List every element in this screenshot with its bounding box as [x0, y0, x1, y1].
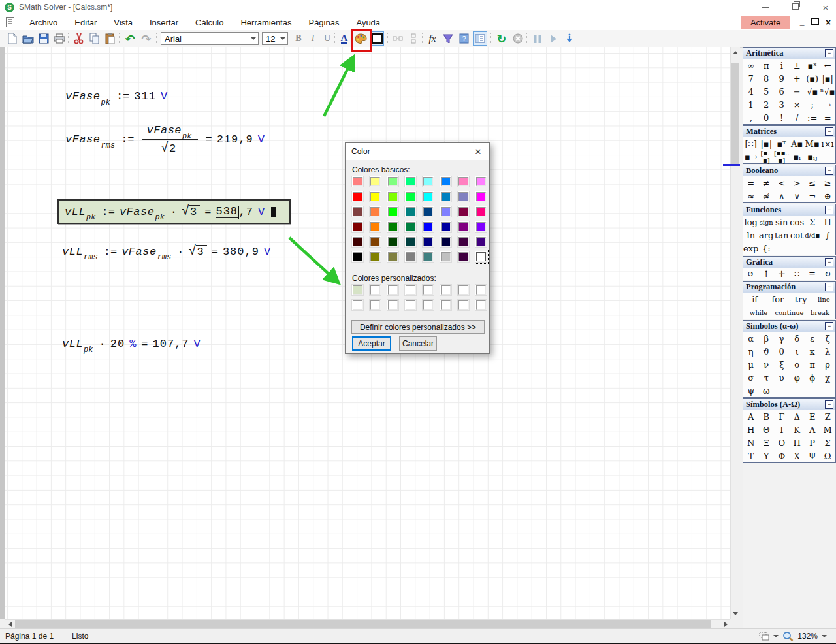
- close-icon[interactable]: ×: [820, 2, 831, 13]
- palette-item[interactable]: ×: [789, 100, 804, 110]
- color-swatch[interactable]: [422, 221, 434, 233]
- menu-archivo[interactable]: Archivo: [21, 16, 66, 29]
- color-swatch[interactable]: [404, 236, 417, 248]
- menu-vista[interactable]: Vista: [105, 16, 141, 29]
- panel-header[interactable]: Símbolos (α-ω)−: [743, 321, 835, 332]
- cancel-button[interactable]: Cancelar: [399, 336, 437, 351]
- define-custom-colors-button[interactable]: Definir colores personalizados >>: [351, 320, 485, 334]
- palette-item[interactable]: ρ: [820, 360, 835, 370]
- palette-item[interactable]: ⊕: [820, 191, 835, 201]
- palette-item[interactable]: ≉: [758, 191, 773, 201]
- palette-item[interactable]: Ζ: [820, 412, 835, 422]
- palette-item[interactable]: σ: [743, 373, 758, 383]
- palette-item[interactable]: ω: [758, 386, 773, 396]
- color-swatch[interactable]: [422, 299, 434, 311]
- color-swatch[interactable]: [440, 251, 452, 263]
- menu-herramientas[interactable]: Herramientas: [232, 16, 300, 29]
- color-swatch[interactable]: [475, 191, 487, 202]
- palette-item[interactable]: κ: [805, 347, 820, 357]
- palette-item[interactable]: Λ: [805, 425, 820, 435]
- color-swatch[interactable]: [404, 191, 417, 202]
- collapse-icon[interactable]: −: [825, 400, 833, 409]
- palette-item[interactable]: ✛: [774, 269, 789, 279]
- palette-item[interactable]: π: [758, 61, 773, 71]
- palette-item[interactable]: ⁿ√▪: [820, 87, 835, 97]
- color-swatch[interactable]: [387, 176, 399, 187]
- color-swatch[interactable]: [475, 221, 487, 233]
- color-swatch[interactable]: [440, 284, 452, 296]
- palette-item[interactable]: line: [812, 296, 835, 303]
- palette-item[interactable]: Φ: [774, 451, 789, 461]
- palette-item[interactable]: ο: [789, 360, 804, 370]
- palette-item[interactable]: :=: [805, 113, 820, 123]
- palette-item[interactable]: Ι: [774, 425, 789, 435]
- palette-item[interactable]: δ: [789, 334, 804, 344]
- color-swatch[interactable]: [369, 206, 381, 217]
- recalculate-icon[interactable]: ↻: [494, 31, 509, 46]
- palette-item[interactable]: −: [789, 87, 804, 97]
- color-swatch[interactable]: [404, 251, 417, 263]
- horizontal-scrollbar[interactable]: [5, 619, 730, 629]
- color-swatch[interactable]: [422, 206, 434, 217]
- palette-item[interactable]: ζ: [820, 334, 835, 344]
- palette-item[interactable]: Γ: [774, 412, 789, 422]
- print-icon[interactable]: [52, 31, 67, 46]
- color-swatch[interactable]: [457, 191, 470, 202]
- palette-item[interactable]: ı×ı: [820, 139, 835, 149]
- palette-item[interactable]: ↻: [820, 269, 835, 279]
- color-swatch[interactable]: [351, 206, 364, 217]
- panel-header[interactable]: Booleano−: [743, 165, 835, 176]
- color-swatch[interactable]: [387, 206, 399, 217]
- underline-button[interactable]: U: [320, 31, 334, 46]
- color-swatch[interactable]: [475, 176, 487, 187]
- palette-item[interactable]: |▪|: [758, 139, 773, 149]
- palette-item[interactable]: sin: [774, 217, 789, 227]
- palette-item[interactable]: ∧: [774, 191, 789, 201]
- zoom-magnifier-icon[interactable]: [782, 631, 794, 641]
- color-swatch[interactable]: [351, 251, 364, 263]
- panel-header[interactable]: Matrices−: [743, 126, 835, 137]
- color-swatch[interactable]: [440, 191, 452, 202]
- palette-item[interactable]: (▪): [805, 74, 820, 84]
- palette-item[interactable]: ∨: [789, 191, 804, 201]
- palette-item[interactable]: ↺: [743, 269, 758, 279]
- palette-item[interactable]: Ψ: [805, 451, 820, 461]
- palette-item[interactable]: ▪ᵢ: [789, 152, 804, 162]
- align-vertical-icon[interactable]: [406, 31, 421, 46]
- palette-item[interactable]: !: [774, 113, 789, 123]
- copy-icon[interactable]: [88, 31, 102, 46]
- palette-item[interactable]: M▪: [805, 139, 820, 149]
- palette-item[interactable]: π: [805, 360, 820, 370]
- color-swatch[interactable]: [404, 299, 417, 311]
- palette-item[interactable]: Μ: [820, 425, 835, 435]
- palette-item[interactable]: Τ: [743, 451, 758, 461]
- palette-item[interactable]: {:: [758, 244, 773, 253]
- menu-editar[interactable]: Editar: [66, 16, 105, 29]
- zoom-dropdown-icon[interactable]: [822, 635, 827, 637]
- palette-item[interactable]: Κ: [789, 425, 804, 435]
- mdi-minimize-icon[interactable]: _: [798, 18, 806, 27]
- function-fx-icon[interactable]: fx: [425, 31, 440, 46]
- selected-formula-region[interactable]: vLLpk:=vFasepk·√3=538,7V: [57, 199, 291, 224]
- color-swatch[interactable]: [369, 221, 381, 233]
- palette-item[interactable]: tan: [774, 231, 789, 240]
- color-swatch[interactable]: [422, 191, 434, 202]
- color-swatch[interactable]: [457, 299, 470, 311]
- color-swatch[interactable]: [440, 299, 452, 311]
- palette-item[interactable]: ε: [805, 334, 820, 344]
- color-swatch[interactable]: [369, 191, 381, 202]
- font-color-button[interactable]: A: [337, 31, 351, 46]
- palette-item[interactable]: 9: [774, 74, 789, 84]
- palette-item[interactable]: ι: [789, 347, 804, 357]
- color-swatch[interactable]: [475, 236, 487, 248]
- scroll-down-icon[interactable]: [731, 608, 740, 619]
- color-swatch[interactable]: [387, 191, 399, 202]
- color-swatch[interactable]: [404, 176, 417, 187]
- color-swatch[interactable]: [457, 251, 470, 263]
- accept-button[interactable]: Aceptar: [352, 336, 391, 351]
- collapse-icon[interactable]: −: [825, 49, 833, 57]
- palette-item[interactable]: ←: [820, 61, 835, 71]
- palette-item[interactable]: Δ: [789, 412, 804, 422]
- color-swatch[interactable]: [369, 176, 381, 187]
- color-swatch[interactable]: [440, 236, 452, 248]
